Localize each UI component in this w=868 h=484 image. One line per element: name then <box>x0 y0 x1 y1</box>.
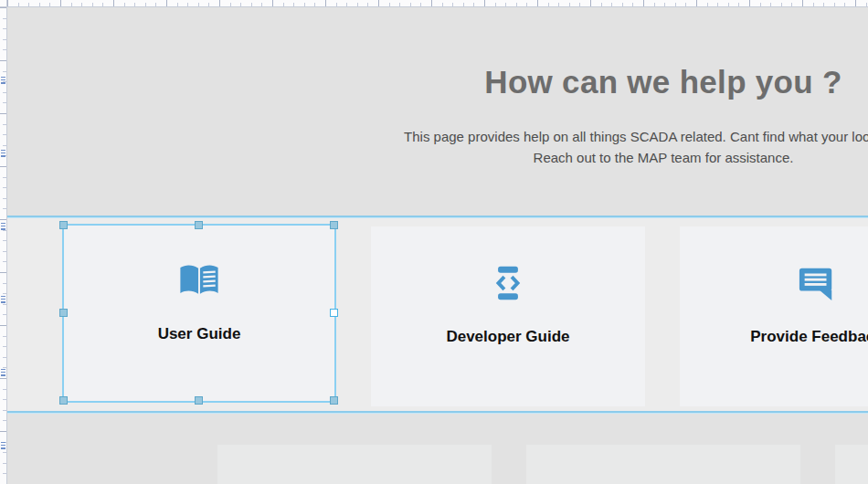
ruler-unit-mark <box>1 223 5 231</box>
page-subtitle[interactable]: This page provides help on all things SC… <box>7 126 868 168</box>
help-cards-section: User Guide Developer Guide <box>7 218 868 411</box>
ruler-unit-mark <box>1 369 5 377</box>
card-user-guide[interactable]: User Guide <box>62 224 336 403</box>
card-label: Provide Feedback <box>750 329 868 344</box>
ruler-unit-mark <box>1 150 5 158</box>
placeholder-card[interactable] <box>217 445 492 484</box>
vertical-ruler <box>0 7 7 484</box>
ruler-unit-mark <box>1 442 5 450</box>
subtitle-line-2: Reach out to the MAP team for assistance… <box>7 147 868 168</box>
design-canvas: How can we help you ? This page provides… <box>7 7 868 484</box>
ruler-unit-mark <box>1 77 5 85</box>
feedback-bubble-icon <box>798 265 836 301</box>
card-label: Developer Guide <box>446 329 569 344</box>
card-developer-guide[interactable]: Developer Guide <box>371 226 645 406</box>
page-title[interactable]: How can we help you ? <box>7 7 868 100</box>
card-provide-feedback[interactable]: Provide Feedback <box>680 226 868 406</box>
horizontal-ruler <box>7 0 868 7</box>
ruler-corner <box>0 0 7 7</box>
placeholder-card[interactable] <box>526 445 800 484</box>
placeholder-card[interactable] <box>835 445 868 484</box>
open-book-icon <box>178 262 220 299</box>
developer-mode-icon <box>490 265 526 301</box>
help-header-section: How can we help you ? This page provides… <box>7 7 868 216</box>
ruler-unit-mark <box>1 296 5 304</box>
subtitle-line-1: This page provides help on all things SC… <box>7 126 868 147</box>
card-label: User Guide <box>158 326 241 342</box>
next-row-section <box>7 414 868 484</box>
